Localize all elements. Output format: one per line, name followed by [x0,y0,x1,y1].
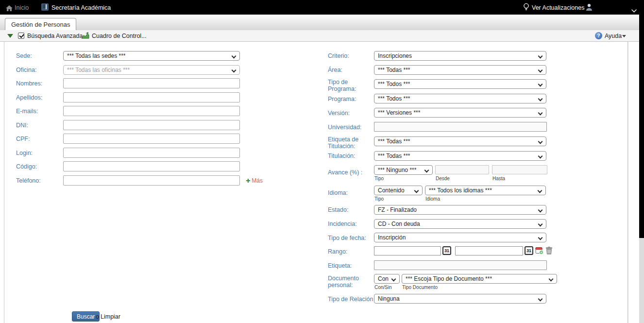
universidad-input[interactable] [374,122,547,132]
screen: Inicio Secretaría Académica Ver Actualiz… [0,0,644,323]
mas-link-label[interactable]: Más [252,177,263,184]
apellidos-label: Apellidos: [16,94,62,101]
version-label: Versión: [328,110,373,117]
sede-label: Sede: [16,52,62,59]
dni-label: DNI: [16,122,62,129]
avance-hasta-input[interactable] [492,165,547,174]
window-right-edge-light [639,238,644,323]
help-label[interactable]: Ayuda [605,33,622,39]
limpiar-link[interactable]: Limpiar [101,313,120,320]
panel-left-border [4,42,4,323]
tabbar: Gestión de Personas [0,15,639,30]
idioma-select[interactable]: *** Todos los idiomas *** [425,186,546,195]
updates-link[interactable]: Ver Actualizaciones [532,4,584,11]
criterio-select[interactable]: Inscripciones [374,51,546,61]
rango-hasta-input[interactable] [455,246,523,255]
area-label: Área: [328,67,373,73]
dni-input[interactable] [63,120,240,130]
advanced-search-checkbox[interactable] [18,33,24,39]
tipo-fecha-label: Tipo de fecha: [328,235,373,241]
help-icon[interactable] [595,32,602,39]
telefono-input[interactable] [63,175,240,186]
calendar-add-icon[interactable] [535,246,543,256]
etiqueta-label: Etiqueta: [328,262,373,269]
avance-tipo-select[interactable]: *** Ninguno *** [374,165,433,175]
help-dropdown-icon[interactable] [622,35,626,37]
home-link[interactable]: Inicio [15,4,29,11]
codigo-input[interactable] [63,161,240,171]
nombres-label: Nombres: [16,80,62,87]
advanced-search-label[interactable]: Búsqueda Avanzada [27,33,83,39]
titulacion-label: Titulación: [328,153,373,159]
idioma-tipo-select[interactable]: Contenido [374,186,423,195]
idioma-tipo-sublabel: Tipo [374,196,384,202]
version-select[interactable]: *** Versiones *** [374,108,546,118]
cpf-label: CPF: [16,136,62,142]
avance-desde-input[interactable] [435,165,489,174]
programa-label: Programa: [328,96,373,102]
home-icon[interactable] [6,4,13,13]
tipo-fecha-select[interactable]: Inscripción [374,233,546,242]
estado-select[interactable]: FZ - Finalizado [374,205,546,215]
plus-icon: ✚ [246,178,250,184]
control-board-chart-icon[interactable] [81,32,89,42]
rango-desde-calendar-button[interactable]: 31 [442,246,451,255]
avance-label: Avance (%) : [328,169,373,176]
documento-tipo-sublabel: Tipo Documento [402,285,438,290]
area-select[interactable]: *** Todas *** [374,65,546,75]
rango-desde-input[interactable] [374,246,441,255]
panel-right-border [627,42,628,323]
app-title: Secretaría Académica [51,4,111,11]
oficina-select: *** Todas las oficinas *** [63,65,240,75]
app-icon [41,3,49,11]
tipo-relacion-label: Tipo de Relación : [328,296,374,303]
rango-hasta-calendar-button[interactable]: 31 [525,246,533,255]
apellidos-input[interactable] [63,92,240,102]
tipo-relacion-select[interactable]: Ninguna [374,294,546,304]
tab-gestion-de-personas[interactable]: Gestión de Personas [5,18,76,30]
cpf-input[interactable] [63,134,240,144]
programa-select[interactable]: *** Todos *** [374,94,546,103]
emails-label: E-mails: [16,108,62,115]
nombres-input[interactable] [63,78,240,88]
incidencia-label: Incidencia: [328,221,373,227]
window-right-edge-dark [639,0,644,238]
telefono-label: Teléfono: [16,177,62,184]
oficina-label: Oficina: [16,67,62,73]
tipo-programa-select[interactable]: *** Todos *** [374,79,546,89]
documento-con-sin-sublabel: Con/Sin [374,285,392,290]
avance-hasta-sublabel: Hasta [492,176,505,181]
etiqueta-input[interactable] [374,260,547,270]
avance-desde-sublabel: Desde [436,176,450,181]
collapse-filter-icon[interactable] [7,34,13,38]
documento-personal-label: Documento personal: [328,275,373,289]
o-text: o [96,313,99,320]
tipo-programa-label: Tipo de Programa: [328,79,373,92]
user-icon[interactable] [586,3,593,13]
criterio-label: Criterio: [328,52,373,59]
estado-label: Estado: [328,206,373,213]
control-board-label[interactable]: Cuadro de Control... [92,33,147,39]
idioma-idioma-sublabel: Idioma [425,196,440,202]
avance-tipo-sublabel: Tipo [374,176,384,181]
universidad-label: Universidad: [328,124,373,131]
titulacion-select[interactable]: *** Todas *** [374,151,546,161]
login-label: Login: [16,150,62,156]
etiqueta-titulacion-select[interactable]: *** Todas *** [374,136,546,146]
mas-link[interactable]: ✚Más [246,177,263,184]
lightbulb-icon [523,3,529,13]
sede-select[interactable]: *** Todas las sedes *** [63,51,240,61]
login-input[interactable] [63,148,240,158]
idioma-label: Idioma: [328,189,373,196]
incidencia-select[interactable]: CD - Con deuda [374,219,546,229]
topbar: Inicio Secretaría Académica Ver Actualiz… [0,0,644,15]
rango-label: Rango: [328,248,373,255]
documento-tipo-select[interactable]: *** Escoja Tipo de Documento *** [402,274,557,284]
documento-con-sin-select[interactable]: Con [374,274,400,284]
etiqueta-titulacion-label: Etiqueta de Titulación: [328,136,373,150]
trash-icon[interactable] [545,246,553,256]
toolbar: Búsqueda Avanzada Cuadro de Control... A… [0,30,639,42]
codigo-label: Código: [16,163,62,170]
chevron-down-icon[interactable] [631,6,637,15]
emails-input[interactable] [63,106,240,116]
